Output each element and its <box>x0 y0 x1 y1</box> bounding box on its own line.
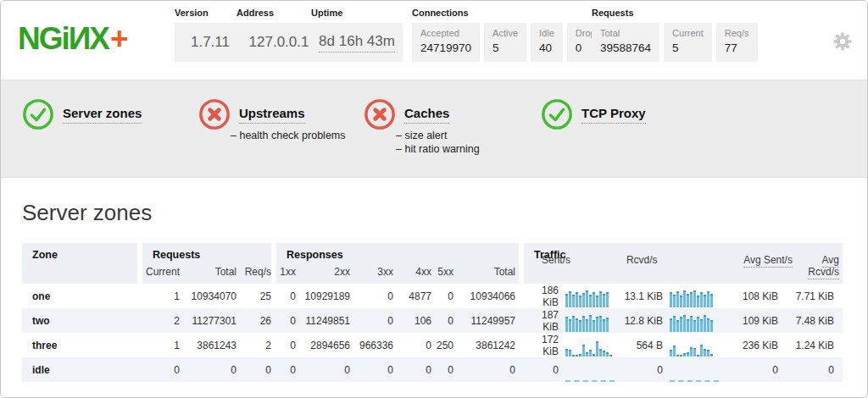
rcvd-sparkline-chart <box>670 315 719 332</box>
cell-responses-5xx: 250 <box>431 340 453 351</box>
stat-value: 5 <box>492 41 518 54</box>
connections-active: Active 5 <box>484 23 526 62</box>
uptime-label: Uptime <box>311 8 403 18</box>
cell-responses-1xx: 0 <box>276 290 296 302</box>
cell-requests-reqs: 26 <box>236 315 271 327</box>
uptime-value[interactable]: 8d 16h 43m <box>319 33 395 53</box>
main-content: Server zones Zone Requests Current Total… <box>1 200 867 382</box>
cell-responses-3xx: 0 <box>350 290 393 302</box>
gear-icon[interactable] <box>832 30 854 53</box>
stat-label: Total <box>600 28 651 38</box>
cell-traffic-rcvd: 13.1 KiB <box>615 290 663 302</box>
rcvd-sparkline-chart <box>670 290 719 307</box>
nginx-logo: NGiИX+ <box>18 21 127 57</box>
column-group-header: Responses <box>287 249 343 261</box>
cell-traffic-rcvd: 564 B <box>615 340 663 351</box>
zone-name: one <box>22 290 142 302</box>
rcvd-sparkline-chart <box>670 363 719 382</box>
sent-sparkline-chart <box>565 315 615 332</box>
zone-name: idle <box>22 364 142 376</box>
stat-value: 39588764 <box>600 41 651 54</box>
cell-responses-2xx: 10929189 <box>296 290 350 302</box>
stat-value: 24719970 <box>420 41 471 54</box>
cell-requests-current: 0 <box>142 364 180 376</box>
table-row: two 2 11277301 26 0 11249851 0 106 0 112… <box>22 308 843 333</box>
cell-requests-current: 2 <box>142 315 180 327</box>
status-note: – hit ratio warning <box>396 142 480 156</box>
logo-text: NGiИX <box>18 21 108 56</box>
stat-label: Accepted <box>420 28 471 38</box>
requests-group: Requests Total 39588764 Current 5 Req/s … <box>592 8 758 62</box>
cell-traffic-sent: 187 KiB <box>524 309 559 333</box>
status-item-upstreams: Upstreams – health check problems <box>198 98 346 142</box>
cell-requests-total: 3861243 <box>180 340 236 351</box>
status-ok-icon <box>541 98 573 130</box>
status-label-caches[interactable]: Caches <box>404 98 449 124</box>
status-label-upstreams[interactable]: Upstreams <box>239 98 305 124</box>
column-header: Rcvd/s <box>570 254 658 278</box>
zone-name: two <box>22 315 142 327</box>
stat-label: Active <box>492 28 518 38</box>
requests-label: Requests <box>592 8 758 18</box>
stat-label: Req/s <box>725 28 749 38</box>
version-value: 1.7.11 <box>175 23 246 62</box>
cell-traffic-rcvd: 0 <box>615 364 663 376</box>
cell-responses-5xx: 0 <box>431 315 453 327</box>
header-group-requests: Requests Current Total Req/s <box>142 243 271 284</box>
cell-requests-current: 1 <box>142 340 180 351</box>
page-title: Server zones <box>22 200 846 226</box>
status-item-tcp-proxy: TCP Proxy <box>541 98 646 130</box>
status-label-server-zones[interactable]: Server zones <box>63 98 142 124</box>
cell-traffic-avg-sent: 108 KiB <box>719 290 778 302</box>
nginx-plus-dashboard: NGiИX+ Version 1.7.11 Address 127.0.0.1 … <box>0 0 868 398</box>
stat-value: 5 <box>672 41 704 54</box>
column-header: Sent/s <box>524 254 570 278</box>
column-header: Zone <box>32 249 58 261</box>
address-field: Address 127.0.0.1 <box>236 8 321 62</box>
header-group-responses: Responses 1xx 2xx 3xx 4xx 5xx Total <box>276 243 519 284</box>
rcvd-sparkline-chart <box>670 340 719 357</box>
cell-responses-1xx: 0 <box>276 340 296 351</box>
header: NGiИX+ Version 1.7.11 Address 127.0.0.1 … <box>1 1 867 80</box>
table-row: idle 0 0 0 0 0 0 0 0 0 0 0 0 0 <box>22 357 843 382</box>
status-note: – size alert <box>396 129 480 142</box>
cell-responses-4xx: 4877 <box>393 290 431 302</box>
cell-responses-total: 11249957 <box>453 315 515 327</box>
requests-reqs: Req/s 77 <box>716 23 758 62</box>
logo-plus: + <box>110 21 127 56</box>
cell-traffic-avg-sent: 109 KiB <box>719 315 778 327</box>
cell-responses-3xx: 0 <box>350 364 393 376</box>
sent-sparkline-chart <box>565 290 615 307</box>
status-notes: – health check problems <box>231 129 346 142</box>
cell-traffic-avg-rcvd: 1.24 KiB <box>778 340 837 351</box>
cell-traffic-sent: 0 <box>524 364 559 376</box>
cell-responses-4xx: 0 <box>393 340 431 351</box>
cell-responses-5xx: 0 <box>431 364 453 376</box>
column-header-avg-sent[interactable]: Avg Sent/s <box>743 254 793 278</box>
table-body: one 1 10934070 25 0 10929189 0 4877 0 10… <box>22 284 843 382</box>
cell-responses-total: 3861242 <box>453 340 515 351</box>
column-header: 1xx <box>276 266 296 278</box>
connections-label: Connections <box>412 8 620 18</box>
cell-traffic-sent: 172 KiB <box>524 334 559 357</box>
column-group-header: Requests <box>153 249 200 261</box>
table-row: one 1 10934070 25 0 10929189 0 4877 0 10… <box>22 284 843 308</box>
table-row: three 1 3861243 2 0 2894656 966336 0 250… <box>22 333 843 357</box>
cell-responses-1xx: 0 <box>276 315 296 327</box>
cell-traffic-avg-rcvd: 0 <box>778 364 837 376</box>
status-item-caches: Caches – size alert – hit ratio warning <box>364 98 480 157</box>
column-header-avg-rcvd[interactable]: Avg Rcvd/s <box>793 254 843 278</box>
status-ok-icon <box>22 98 54 130</box>
sent-sparkline-chart <box>565 340 615 357</box>
cell-requests-total: 10934070 <box>180 290 236 302</box>
cell-responses-2xx: 11249851 <box>296 315 350 327</box>
cell-requests-reqs: 2 <box>236 340 271 351</box>
status-label-tcp-proxy[interactable]: TCP Proxy <box>581 98 646 124</box>
connections-group: Connections Accepted 24719970 Active 5 I… <box>412 8 620 62</box>
cell-traffic-avg-sent: 236 KiB <box>719 340 778 351</box>
cell-responses-5xx: 0 <box>431 290 453 302</box>
address-label: Address <box>236 8 321 18</box>
zone-name: three <box>22 340 142 351</box>
cell-responses-total: 0 <box>453 364 515 376</box>
uptime-box: 8d 16h 43m <box>311 23 403 62</box>
